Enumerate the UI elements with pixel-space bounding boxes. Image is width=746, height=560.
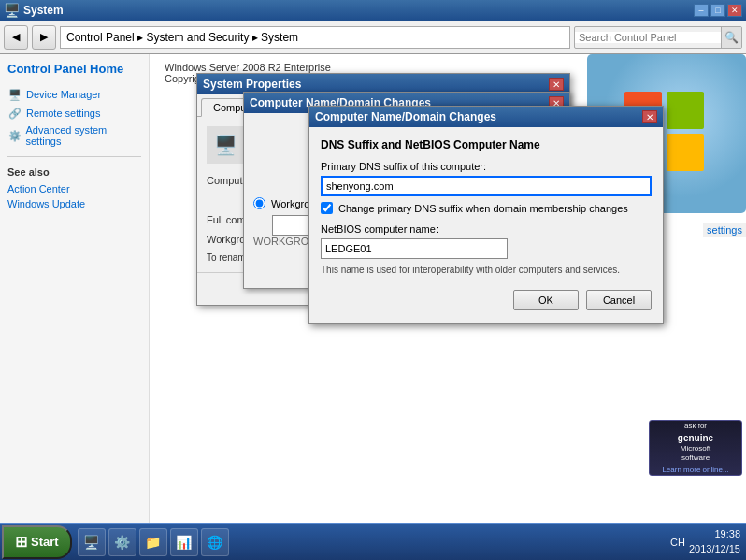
search-box: 🔍	[574, 26, 742, 49]
advanced-system-label: Advanced system settings	[25, 124, 141, 147]
search-input[interactable]	[575, 32, 721, 43]
maximize-button[interactable]: □	[710, 4, 725, 17]
svg-rect-2	[667, 92, 704, 129]
minimize-button[interactable]: –	[694, 4, 709, 17]
address-text: Control Panel ▸ System and Security ▸ Sy…	[66, 31, 298, 44]
system-icon: 🖥️	[4, 3, 20, 18]
taskbar-icon-1-glyph: 🖥️	[83, 535, 99, 550]
taskbar-right: CH 19:38 2013/12/15	[670, 527, 740, 556]
system-properties-title: System Properties	[203, 78, 301, 91]
sidebar-item-windows-update[interactable]: Windows Update	[7, 196, 141, 211]
start-label: Start	[31, 535, 59, 549]
dns-title-text: Computer Name/Domain Changes	[315, 110, 496, 123]
taskbar: ⊞ Start 🖥️ ⚙️ 📁 📊 🌐 CH 19:38 2013/12/15	[0, 523, 746, 560]
genuine-badge: ask for genuine Microsoft software Learn…	[649, 420, 742, 476]
taskbar-icon-5[interactable]: 🌐	[201, 528, 229, 556]
lang-text: CH	[670, 537, 685, 548]
primary-dns-label: Primary DNS suffix of this computer:	[321, 161, 652, 172]
sidebar-divider	[7, 156, 141, 157]
taskbar-date-display: 2013/12/15	[689, 542, 740, 556]
genuine-text-line2: genuine	[678, 432, 713, 444]
address-bar: ◀ ▶ Control Panel ▸ System and Security …	[0, 21, 746, 54]
dns-checkbox-row: Change primary DNS suffix when domain me…	[321, 202, 652, 214]
sidebar-item-remote-settings[interactable]: 🔗 Remote settings	[7, 104, 141, 122]
taskbar-icon-3-glyph: 📁	[145, 535, 161, 550]
content-area: Windows Server 2008 R2 Enterprise Copyri…	[150, 54, 746, 523]
taskbar-icons: 🖥️ ⚙️ 📁 📊 🌐	[78, 528, 229, 556]
taskbar-time-display: 19:38	[689, 527, 740, 541]
remote-settings-label: Remote settings	[26, 108, 100, 119]
taskbar-clock: 19:38 2013/12/15	[689, 527, 740, 556]
lang-indicator[interactable]: CH	[670, 535, 685, 550]
dns-checkbox-label: Change primary DNS suffix when domain me…	[338, 203, 628, 214]
dns-buttons: OK Cancel	[321, 284, 652, 312]
remote-settings-icon: 🔗	[7, 106, 22, 121]
see-also-title: See also	[7, 166, 141, 178]
dns-cancel-button[interactable]: Cancel	[586, 290, 652, 310]
dns-section-title: DNS Suffix and NetBIOS Computer Name	[321, 138, 652, 151]
dns-ok-button[interactable]: OK	[513, 290, 579, 310]
sidebar: Control Panel Home 🖥️ Device Manager 🔗 R…	[0, 54, 150, 523]
workgroup-radio[interactable]	[253, 197, 265, 209]
address-path: Control Panel ▸ System and Security ▸ Sy…	[60, 26, 570, 49]
genuine-learn-more-link[interactable]: Learn more online...	[662, 466, 728, 474]
dns-change-checkbox[interactable]	[321, 202, 333, 214]
genuine-text-line3: Microsoft	[681, 444, 710, 453]
device-manager-label: Device Manager	[26, 89, 101, 100]
genuine-text-line4: software	[681, 453, 710, 463]
settings-link[interactable]: settings	[703, 223, 746, 237]
dns-close-button[interactable]: ✕	[642, 110, 657, 123]
control-panel-home-link[interactable]: Control Panel Home	[7, 62, 141, 76]
action-center-label: Action Center	[7, 183, 70, 194]
taskbar-icon-4[interactable]: 📊	[170, 528, 198, 556]
dns-suffix-dialog: Computer Name/Domain Changes ✕ DNS Suffi…	[308, 106, 664, 324]
netbios-label: NetBIOS computer name:	[321, 223, 652, 235]
taskbar-icon-2-glyph: ⚙️	[114, 535, 130, 550]
window-controls: – □ ✕	[694, 4, 742, 17]
advanced-system-icon: ⚙️	[7, 128, 22, 143]
taskbar-sys-icons: CH	[670, 535, 685, 550]
main-area: Control Panel Home 🖥️ Device Manager 🔗 R…	[0, 54, 746, 523]
back-button[interactable]: ◀	[4, 25, 28, 50]
search-button[interactable]: 🔍	[721, 27, 741, 48]
close-button[interactable]: ✕	[727, 4, 742, 17]
window-title: System	[23, 4, 64, 17]
netbios-input[interactable]	[321, 238, 508, 259]
dns-info-text: This name is used for interoperability w…	[321, 265, 652, 275]
forward-button[interactable]: ▶	[32, 25, 56, 50]
windows-start-icon: ⊞	[15, 533, 27, 551]
svg-rect-4	[667, 134, 704, 171]
dns-titlebar: Computer Name/Domain Changes ✕	[309, 107, 663, 127]
computer-icon: 🖥️	[207, 126, 244, 164]
sidebar-item-action-center[interactable]: Action Center	[7, 181, 141, 196]
dns-content: DNS Suffix and NetBIOS Computer Name Pri…	[309, 127, 663, 323]
sidebar-item-device-manager[interactable]: 🖥️ Device Manager	[7, 85, 141, 104]
taskbar-icon-1[interactable]: 🖥️	[78, 528, 106, 556]
taskbar-icon-3[interactable]: 📁	[139, 528, 167, 556]
device-manager-icon: 🖥️	[7, 87, 22, 102]
sidebar-item-advanced-system[interactable]: ⚙️ Advanced system settings	[7, 122, 141, 149]
start-button[interactable]: ⊞ Start	[2, 525, 72, 559]
taskbar-icon-2[interactable]: ⚙️	[108, 528, 136, 556]
taskbar-icon-5-glyph: 🌐	[207, 535, 222, 550]
windows-update-label: Windows Update	[7, 198, 85, 209]
genuine-text-line1: ask for	[684, 422, 707, 431]
primary-dns-input[interactable]	[321, 176, 652, 196]
taskbar-icon-4-glyph: 📊	[176, 535, 192, 550]
system-properties-close[interactable]: ✕	[549, 78, 564, 91]
title-bar: 🖥️ System – □ ✕	[0, 0, 746, 21]
